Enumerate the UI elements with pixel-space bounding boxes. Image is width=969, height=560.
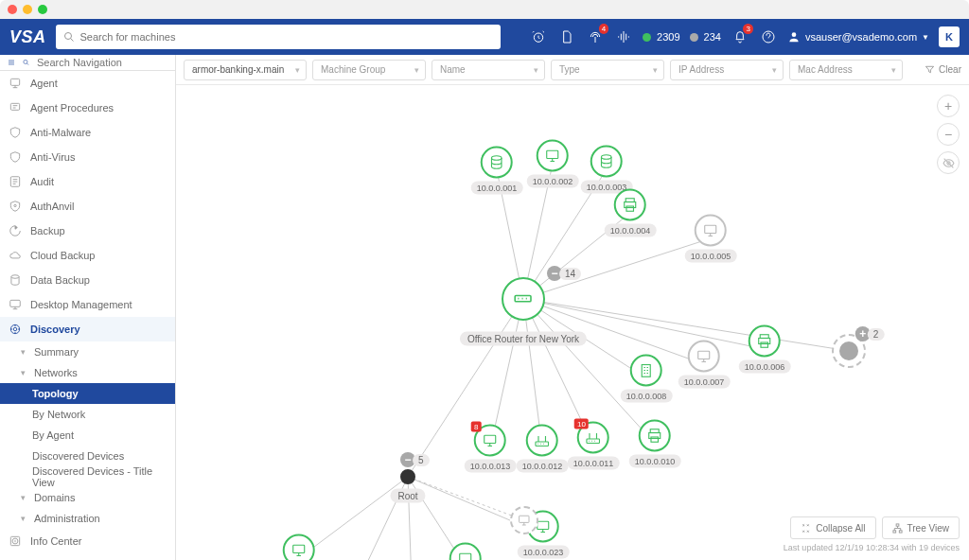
filter-0[interactable]: armor-banking-x.main (184, 60, 307, 80)
node-10-0-0-004[interactable]: 10.0.0.004 (605, 189, 657, 237)
node-label: 10.0.0.023 (518, 546, 570, 559)
pc-icon (457, 551, 474, 561)
hub-node[interactable] (502, 277, 545, 321)
eye-button[interactable] (937, 151, 960, 174)
node-10-0-0-006[interactable]: 10.0.0.006 (739, 325, 791, 374)
global-search[interactable] (56, 25, 501, 49)
node-label: 10.0.0.012 (517, 460, 569, 473)
sidebar-item-anti-malware[interactable]: Anti-Malware (0, 120, 175, 145)
cluster-count: 2 (868, 328, 885, 341)
node-circle (695, 215, 727, 247)
node-circle (510, 506, 538, 534)
filter-3[interactable]: Type (551, 60, 664, 80)
node-label: 10.0.0.007 (678, 376, 731, 389)
sidebar-item-agent[interactable]: Agent (0, 71, 175, 96)
bottom-controls: Collapse All Tree View Last updated 12/1… (784, 516, 960, 552)
zoom-in-button[interactable]: + (937, 95, 960, 117)
svg-point-5 (24, 60, 27, 63)
k-button[interactable]: K (939, 26, 960, 47)
node-10-0-0-001[interactable]: 10.0.0.001 (471, 147, 523, 195)
filter-5[interactable]: Mac Address (789, 60, 903, 80)
node-10-0-0-007[interactable]: 10.0.0.007 (678, 341, 731, 389)
filter-4[interactable]: IP Address (670, 60, 784, 80)
svg-rect-48 (705, 225, 716, 233)
max-dot[interactable] (38, 5, 47, 14)
node-circle: 8 (474, 425, 506, 457)
anon-node-0[interactable] (510, 506, 538, 534)
node-10-0-0-002[interactable]: 10.0.0.002 (527, 140, 579, 188)
clear-button[interactable]: Clear (925, 64, 961, 75)
auth-icon (8, 199, 23, 214)
menu-icon[interactable] (8, 55, 15, 70)
node-label: 10.0.0.008 (621, 390, 673, 403)
doc-icon[interactable] (557, 27, 576, 46)
cluster-inner (839, 341, 858, 360)
search-icon[interactable] (23, 56, 29, 69)
sidebar-item-label: Agent Procedures (30, 102, 114, 114)
sidebar-item-info-center[interactable]: Info Center (0, 529, 175, 553)
sub-domains[interactable]: ▾Domains (0, 487, 175, 508)
sidebar-item-discovery[interactable]: Discovery (0, 317, 175, 341)
node-10-0-0-012[interactable]: 10.0.0.012 (517, 425, 569, 473)
node-10-0-0-003[interactable]: 10.0.0.003 (581, 146, 633, 194)
filter-1[interactable]: Machine Group (312, 60, 426, 80)
app-header: VSA 4 2309 234 3 vsauser@vsademo.com ▼ K (0, 19, 969, 55)
sub-topology[interactable]: Topology (0, 383, 175, 404)
sub-by-network[interactable]: By Network (0, 404, 175, 425)
svg-rect-7 (10, 79, 19, 85)
node-10-0-0-019[interactable]: 10.0.0.019 (273, 534, 326, 561)
sub-summary[interactable]: ▾Summary (0, 341, 175, 362)
node-10-0-0-022[interactable]: 10.0.0.022 (440, 543, 492, 561)
sidebar-item-authanvil[interactable]: AuthAnvil (0, 194, 175, 219)
cluster-expand[interactable]: +2 (855, 326, 885, 341)
sub-networks[interactable]: ▾Networks (0, 362, 175, 383)
sidebar-item-monitor[interactable]: Monitor (0, 553, 175, 560)
node-10-0-0-008[interactable]: 10.0.0.008 (621, 355, 673, 403)
min-dot[interactable] (23, 5, 32, 14)
node-circle (630, 355, 662, 387)
sub-label: Discovered Devices (32, 450, 124, 462)
sidebar-item-cloud-backup[interactable]: Cloud Backup (0, 243, 175, 268)
node-10-0-0-011[interactable]: 1010.0.0.011 (568, 422, 620, 470)
wifi-icon[interactable] (614, 27, 633, 46)
node-circle (400, 469, 415, 484)
filter-2[interactable]: Name (432, 60, 545, 80)
node-10-0-0-013[interactable]: 810.0.0.013 (465, 425, 517, 473)
sidebar-head (0, 55, 175, 71)
root-node[interactable] (400, 469, 415, 484)
search-input[interactable] (80, 31, 493, 43)
chevron-icon: ▾ (21, 368, 30, 377)
node-10-0-0-005[interactable]: 10.0.0.005 (685, 215, 737, 263)
router-icon (534, 432, 551, 449)
node-label: 10.0.0.001 (471, 182, 523, 195)
collapse-icon (801, 523, 811, 534)
sub-discovered-devices---title-view[interactable]: Discovered Devices - Title View (0, 466, 175, 487)
sub-discovered-devices[interactable]: Discovered Devices (0, 446, 175, 466)
sidebar-item-backup[interactable]: Backup (0, 219, 175, 243)
nav-search-input[interactable] (37, 57, 167, 68)
node-circle (537, 140, 569, 172)
node-label: 10.0.0.013 (465, 460, 517, 473)
close-dot[interactable] (8, 5, 17, 14)
zoom-out-button[interactable]: − (937, 123, 960, 146)
collapse-all-button[interactable]: Collapse All (790, 516, 875, 539)
sidebar-item-data-backup[interactable]: Data Backup (0, 268, 175, 292)
sidebar-item-label: Backup (30, 225, 65, 236)
tree-view-button[interactable]: Tree View (882, 516, 960, 539)
node-10-0-0-010[interactable]: 10.0.0.010 (629, 420, 681, 468)
help-icon[interactable] (759, 27, 778, 46)
svg-line-6 (26, 63, 28, 65)
bell-icon[interactable]: 3 (731, 27, 749, 46)
node-label: 10.0.0.011 (568, 457, 620, 470)
topology-canvas[interactable]: Office Router for New York−14Root−5+210.… (176, 85, 969, 560)
sidebar-item-audit[interactable]: Audit (0, 169, 175, 194)
broadcast-icon[interactable]: 4 (586, 27, 605, 46)
sub-by-agent[interactable]: By Agent (0, 425, 175, 446)
alarm-icon[interactable] (529, 27, 548, 46)
sidebar-item-agent-procedures[interactable]: Agent Procedures (0, 96, 175, 120)
sidebar-item-desktop-management[interactable]: Desktop Management (0, 292, 175, 317)
node-label: 10.0.0.005 (685, 250, 737, 263)
user-menu[interactable]: vsauser@vsademo.com ▼ (787, 30, 929, 44)
sidebar-item-anti-virus[interactable]: Anti-Virus (0, 145, 175, 169)
sub-administration[interactable]: ▾Administration (0, 508, 175, 529)
